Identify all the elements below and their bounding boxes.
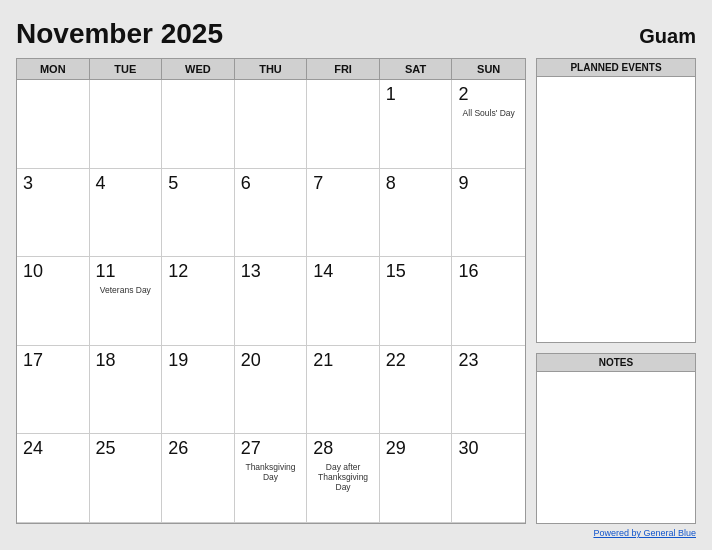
calendar-page: November 2025 Guam MONTUEWEDTHUFRISATSUN… [0,0,712,550]
planned-events-title: PLANNED EVENTS [537,59,695,77]
day-number: 7 [313,173,323,195]
day-number: 28 [313,438,333,460]
day-cell: 21 [307,346,380,435]
calendar-header: November 2025 Guam [16,18,696,50]
day-number: 9 [458,173,468,195]
event-label: Day after Thanksgiving Day [313,462,373,493]
day-number: 16 [458,261,478,283]
day-cell: 14 [307,257,380,346]
day-number: 29 [386,438,406,460]
day-number: 10 [23,261,43,283]
day-number: 2 [458,84,468,106]
day-number: 23 [458,350,478,372]
day-cell: 15 [380,257,453,346]
day-cell: 11Veterans Day [90,257,163,346]
day-number: 19 [168,350,188,372]
day-cell: 16 [452,257,525,346]
day-header-sun: SUN [452,59,525,79]
day-cell: 7 [307,169,380,258]
planned-events-box: PLANNED EVENTS [536,58,696,343]
day-cell: 4 [90,169,163,258]
day-cell: 10 [17,257,90,346]
day-header-tue: TUE [90,59,163,79]
planned-events-content [537,77,695,342]
day-number: 25 [96,438,116,460]
day-number: 30 [458,438,478,460]
day-number: 14 [313,261,333,283]
day-cell: 29 [380,434,453,523]
powered-by-link[interactable]: Powered by General Blue [593,528,696,538]
day-cell: 26 [162,434,235,523]
day-number: 24 [23,438,43,460]
region-title: Guam [639,25,696,48]
day-cell: 5 [162,169,235,258]
notes-title: NOTES [537,354,695,372]
day-header-sat: SAT [380,59,453,79]
day-cell: 13 [235,257,308,346]
day-cell: 24 [17,434,90,523]
day-cell: 9 [452,169,525,258]
day-cell: 25 [90,434,163,523]
day-cell: 30 [452,434,525,523]
day-cell [90,80,163,169]
day-header-wed: WED [162,59,235,79]
day-number: 13 [241,261,261,283]
day-cell: 17 [17,346,90,435]
notes-content [537,372,695,524]
day-number: 8 [386,173,396,195]
day-number: 3 [23,173,33,195]
day-number: 22 [386,350,406,372]
day-cell: 1 [380,80,453,169]
side-section: PLANNED EVENTS NOTES [536,58,696,524]
day-cell: 28Day after Thanksgiving Day [307,434,380,523]
day-number: 4 [96,173,106,195]
day-number: 21 [313,350,333,372]
day-number: 12 [168,261,188,283]
day-header-mon: MON [17,59,90,79]
day-number: 27 [241,438,261,460]
day-cell [235,80,308,169]
event-label: Thanksgiving Day [241,462,301,482]
day-number: 18 [96,350,116,372]
day-header-thu: THU [235,59,308,79]
day-cell: 2All Souls' Day [452,80,525,169]
day-cell: 6 [235,169,308,258]
day-cell: 19 [162,346,235,435]
footer: Powered by General Blue [16,528,696,538]
day-number: 5 [168,173,178,195]
day-number: 17 [23,350,43,372]
day-cell [17,80,90,169]
day-number: 26 [168,438,188,460]
main-content: MONTUEWEDTHUFRISATSUN 12All Souls' Day34… [16,58,696,524]
day-cell: 22 [380,346,453,435]
event-label: All Souls' Day [458,108,519,118]
day-number: 15 [386,261,406,283]
notes-box: NOTES [536,353,696,525]
day-number: 20 [241,350,261,372]
day-cell: 3 [17,169,90,258]
day-number: 11 [96,261,116,283]
day-cell: 23 [452,346,525,435]
day-header-fri: FRI [307,59,380,79]
day-cell [307,80,380,169]
day-cell: 12 [162,257,235,346]
event-label: Veterans Day [96,285,156,295]
month-year-title: November 2025 [16,18,223,50]
day-number: 1 [386,84,396,106]
day-cell: 8 [380,169,453,258]
day-cell: 27Thanksgiving Day [235,434,308,523]
day-number: 6 [241,173,251,195]
calendar-grid-section: MONTUEWEDTHUFRISATSUN 12All Souls' Day34… [16,58,526,524]
calendar-grid: 12All Souls' Day34567891011Veterans Day1… [17,80,525,523]
day-headers-row: MONTUEWEDTHUFRISATSUN [17,59,525,80]
day-cell: 18 [90,346,163,435]
day-cell [162,80,235,169]
day-cell: 20 [235,346,308,435]
